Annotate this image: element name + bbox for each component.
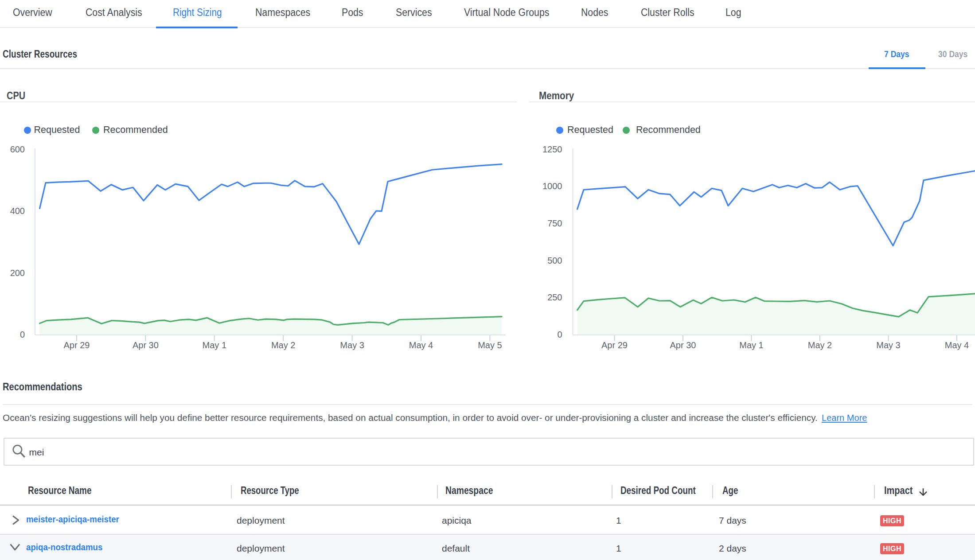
- tab-virtual-node-groups[interactable]: Virtual Node Groups: [464, 8, 549, 18]
- col-header-resource-type[interactable]: Resource Type: [241, 486, 299, 496]
- y-axis-label: 200: [10, 268, 25, 278]
- chevron-right-icon[interactable]: [10, 514, 22, 526]
- x-axis-label: May 3: [340, 340, 364, 350]
- x-axis-label: May 2: [808, 340, 832, 350]
- x-axis-label: May 2: [271, 340, 295, 350]
- x-axis-label: May 4: [945, 340, 969, 350]
- range-tab-30-days[interactable]: 30 Days: [938, 50, 967, 59]
- x-axis-label: May 5: [478, 340, 502, 350]
- header-separator: [874, 485, 875, 498]
- col-header-impact[interactable]: Impact: [884, 486, 913, 496]
- x-axis-label: Apr 29: [64, 340, 90, 350]
- recommendations-description-text: Ocean's resizing suggestions will help y…: [3, 412, 818, 423]
- main-tab-bar: Overview Cost Analysis Right Sizing Name…: [0, 0, 975, 28]
- recommendations-description: Ocean's resizing suggestions will help y…: [3, 413, 869, 423]
- page-title: Cluster Resources: [3, 49, 77, 60]
- chart-plot-memory: 125010007505002500Apr 29Apr 30May 1May 2…: [529, 102, 975, 354]
- x-axis-label: Apr 29: [601, 340, 628, 350]
- y-axis-label: 1000: [542, 181, 562, 191]
- col-header-age[interactable]: Age: [722, 486, 738, 496]
- series-line-requested: [577, 171, 975, 246]
- chart-title-cpu: CPU: [7, 90, 25, 101]
- tab-right-sizing[interactable]: Right Sizing: [173, 8, 222, 18]
- chart-plot-cpu: 6004002000Apr 29Apr 30May 1May 2May 3May…: [0, 102, 517, 354]
- table-header-border: [0, 505, 975, 506]
- col-header-desired-pod-count[interactable]: Desired Pod Count: [620, 486, 696, 496]
- cell-namespace: apiciqa: [442, 516, 472, 525]
- learn-more-link[interactable]: Learn More: [822, 413, 867, 423]
- x-axis-label: May 1: [739, 340, 763, 350]
- y-axis-label: 1250: [542, 144, 562, 154]
- cell-desired-pod-count: 1: [616, 516, 621, 525]
- tab-nodes[interactable]: Nodes: [581, 8, 608, 18]
- tab-bar-border: [0, 27, 975, 28]
- y-axis-label: 400: [10, 206, 25, 216]
- tab-overview[interactable]: Overview: [13, 8, 52, 18]
- y-axis-label: 500: [547, 256, 562, 265]
- tab-cost-analysis[interactable]: Cost Analysis: [86, 8, 142, 18]
- active-range-indicator: [869, 67, 925, 69]
- tab-cluster-rolls[interactable]: Cluster Rolls: [641, 8, 694, 18]
- cell-desired-pod-count: 1: [616, 544, 621, 553]
- header-separator: [712, 485, 713, 498]
- range-tab-7-days[interactable]: 7 Days: [884, 50, 909, 59]
- search-input[interactable]: [4, 438, 974, 466]
- resource-name-link[interactable]: apiqa-nostradamus: [26, 542, 102, 552]
- impact-badge-high: HIGH: [880, 515, 904, 526]
- tab-log[interactable]: Log: [725, 8, 741, 18]
- impact-badge-high: HIGH: [880, 543, 904, 554]
- search-icon: [12, 443, 27, 459]
- recommendations-divider: [3, 404, 972, 405]
- x-axis-label: May 4: [409, 340, 433, 350]
- series-area-recommended: [577, 294, 975, 334]
- chart-title-memory: Memory: [539, 90, 574, 101]
- cell-age: 2 days: [719, 544, 746, 553]
- col-header-namespace[interactable]: Namespace: [445, 486, 493, 496]
- section-divider: [0, 68, 975, 70]
- y-axis-label: 0: [20, 330, 25, 339]
- col-header-resource-name[interactable]: Resource Name: [28, 486, 91, 496]
- cell-resource-type: deployment: [237, 516, 285, 525]
- row-divider: [0, 534, 975, 535]
- cell-namespace: default: [442, 544, 470, 553]
- y-axis-label: 600: [10, 144, 25, 154]
- expanded-row-background: [0, 535, 975, 560]
- sort-desc-icon[interactable]: [919, 488, 928, 497]
- header-separator: [612, 485, 612, 498]
- x-axis-label: Apr 30: [133, 340, 159, 350]
- cell-age: 7 days: [719, 516, 746, 525]
- x-axis-label: May 1: [203, 340, 226, 350]
- tab-pods[interactable]: Pods: [342, 8, 363, 18]
- active-tab-indicator: [156, 27, 238, 28]
- cell-resource-type: deployment: [237, 544, 285, 553]
- tab-services[interactable]: Services: [396, 8, 432, 18]
- chevron-down-icon[interactable]: [9, 543, 21, 552]
- header-separator: [231, 485, 232, 498]
- header-separator: [437, 485, 438, 498]
- y-axis-label: 0: [557, 330, 562, 339]
- resource-name-link[interactable]: meister-apiciqa-meister: [26, 514, 119, 524]
- recommendations-title: Recommendations: [3, 382, 82, 393]
- y-axis-label: 250: [547, 292, 562, 302]
- y-axis-label: 750: [547, 218, 562, 228]
- x-axis-label: Apr 30: [670, 340, 696, 350]
- tab-namespaces[interactable]: Namespaces: [255, 8, 310, 18]
- x-axis-label: May 3: [876, 340, 900, 350]
- series-line-requested: [40, 164, 502, 245]
